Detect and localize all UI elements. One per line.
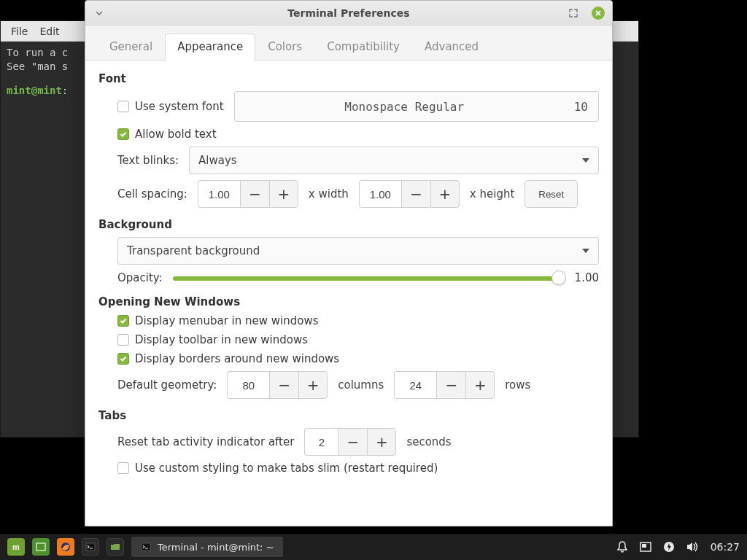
chevron-down-icon <box>582 158 589 163</box>
tab-appearance[interactable]: Appearance <box>165 34 255 61</box>
section-font: Font <box>98 72 599 85</box>
rows-input[interactable] <box>394 371 436 399</box>
mint-menu-icon[interactable]: m <box>7 538 25 556</box>
columns-input[interactable] <box>227 371 269 399</box>
taskbar: m Terminal - mint@mint: ~ 06:27 <box>0 534 747 560</box>
terminal-launcher-icon[interactable] <box>82 538 99 556</box>
chevron-down-icon[interactable] <box>93 7 106 20</box>
allow-bold-checkbox[interactable]: Allow bold text <box>117 128 217 141</box>
font-size: 10 <box>574 100 588 114</box>
display-borders-checkbox[interactable]: Display borders around new windows <box>117 352 339 365</box>
background-type-dropdown[interactable]: Transparent background <box>117 237 599 265</box>
checkbox-icon <box>117 128 129 140</box>
display-borders-label: Display borders around new windows <box>135 352 339 365</box>
show-desktop-icon[interactable] <box>32 538 50 556</box>
clock[interactable]: 06:27 <box>711 541 740 553</box>
tab-advanced[interactable]: Advanced <box>412 34 491 61</box>
minus-button[interactable]: − <box>338 428 367 456</box>
reset-tab-input[interactable] <box>304 428 338 456</box>
section-tabs: Tabs <box>98 409 599 422</box>
minus-button[interactable]: − <box>436 371 465 399</box>
display-toolbar-label: Display toolbar in new windows <box>135 333 308 346</box>
svg-rect-5 <box>142 543 150 551</box>
slim-tabs-checkbox[interactable]: Use custom styling to make tabs slim (re… <box>117 462 438 475</box>
slider-track <box>173 276 565 281</box>
display-menubar-label: Display menubar in new windows <box>135 314 319 327</box>
plus-button[interactable]: + <box>430 180 460 208</box>
svg-rect-8 <box>642 544 646 548</box>
menu-edit[interactable]: Edit <box>39 26 59 37</box>
cell-height-input[interactable] <box>359 180 401 208</box>
font-picker[interactable]: Monospace Regular 10 <box>234 91 599 122</box>
tab-compatibility[interactable]: Compatibility <box>314 34 412 61</box>
background-type-value: Transparent background <box>127 244 260 257</box>
rows-label: rows <box>505 378 530 392</box>
cell-width-input[interactable] <box>198 180 240 208</box>
minus-button[interactable]: − <box>240 180 269 208</box>
workspace-icon[interactable] <box>639 540 652 553</box>
tabs: General Appearance Colors Compatibility … <box>85 26 612 61</box>
reset-tab-unit: seconds <box>406 435 451 448</box>
maximize-icon[interactable] <box>567 7 580 20</box>
checkbox-icon <box>117 101 129 112</box>
dialog-title: Terminal Preferences <box>136 7 561 19</box>
terminal-preferences-dialog: Terminal Preferences General Appearance … <box>85 0 613 526</box>
minus-button[interactable]: − <box>401 180 430 208</box>
opacity-label: Opacity: <box>117 271 163 284</box>
columns-stepper: − + <box>227 371 328 399</box>
taskbar-active-title: Terminal - mint@mint: ~ <box>158 542 274 553</box>
cell-spacing-label: Cell spacing: <box>117 187 187 201</box>
svg-rect-3 <box>86 543 95 551</box>
menu-file[interactable]: File <box>11 26 28 37</box>
use-system-font-checkbox[interactable]: Use system font <box>117 100 224 113</box>
font-name: Monospace Regular <box>245 100 564 114</box>
system-tray: 06:27 <box>616 540 740 553</box>
opacity-slider[interactable] <box>173 271 565 285</box>
prompt-colon: : <box>62 85 68 96</box>
terminal-icon <box>140 541 152 553</box>
text-blinks-dropdown[interactable]: Always <box>189 147 599 174</box>
tab-colors[interactable]: Colors <box>255 34 314 61</box>
notifications-icon[interactable] <box>616 540 629 553</box>
plus-button[interactable]: + <box>298 371 328 399</box>
chevron-down-icon <box>582 249 589 253</box>
checkbox-icon <box>117 334 129 346</box>
reset-tab-stepper: − + <box>304 428 396 456</box>
text-blinks-value: Always <box>198 154 237 167</box>
cell-width-stepper: − + <box>198 180 298 208</box>
default-geometry-label: Default geometry: <box>117 378 217 392</box>
allow-bold-label: Allow bold text <box>135 128 217 141</box>
display-toolbar-checkbox[interactable]: Display toolbar in new windows <box>117 333 308 346</box>
prefs-body: Font Use system font Monospace Regular 1… <box>85 61 612 526</box>
slim-tabs-label: Use custom styling to make tabs slim (re… <box>135 462 438 475</box>
x-width-label: x width <box>309 187 349 201</box>
slider-knob[interactable] <box>551 271 566 285</box>
rows-stepper: − + <box>394 371 495 399</box>
plus-button[interactable]: + <box>465 371 495 399</box>
svg-text:m: m <box>12 542 20 551</box>
plus-button[interactable]: + <box>367 428 396 456</box>
checkbox-icon <box>117 462 129 474</box>
plus-button[interactable]: + <box>269 180 298 208</box>
prompt-user: mint@mint <box>7 85 62 96</box>
checkbox-icon <box>117 353 129 365</box>
opacity-value: 1.00 <box>575 271 599 284</box>
cell-height-stepper: − + <box>359 180 460 208</box>
close-icon[interactable] <box>592 7 605 20</box>
power-icon[interactable] <box>662 540 676 553</box>
firefox-icon[interactable] <box>57 538 74 556</box>
reset-button[interactable]: Reset <box>525 180 578 208</box>
minus-button[interactable]: − <box>269 371 298 399</box>
text-blinks-label: Text blinks: <box>117 154 179 167</box>
files-launcher-icon[interactable] <box>107 538 124 556</box>
volume-icon[interactable] <box>686 540 700 553</box>
tab-general[interactable]: General <box>97 34 165 61</box>
section-background: Background <box>98 218 599 231</box>
svg-rect-1 <box>36 543 45 551</box>
titlebar[interactable]: Terminal Preferences <box>85 1 612 26</box>
taskbar-active-window[interactable]: Terminal - mint@mint: ~ <box>131 537 283 557</box>
section-new-windows: Opening New Windows <box>98 295 599 308</box>
display-menubar-checkbox[interactable]: Display menubar in new windows <box>117 314 319 327</box>
reset-tab-label: Reset tab activity indicator after <box>117 435 294 448</box>
use-system-font-label: Use system font <box>135 100 224 113</box>
